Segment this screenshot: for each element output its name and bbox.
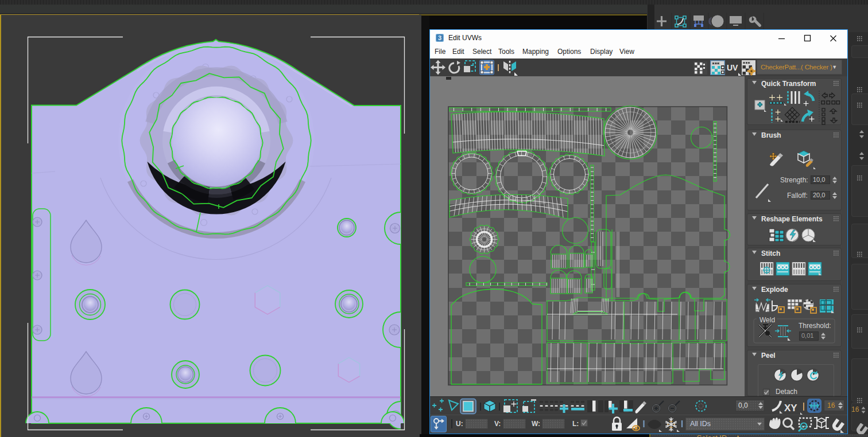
svg-text:UV: UV <box>727 63 738 72</box>
svg-text:3: 3 <box>438 34 441 41</box>
svg-text:XY: XY <box>784 403 797 413</box>
